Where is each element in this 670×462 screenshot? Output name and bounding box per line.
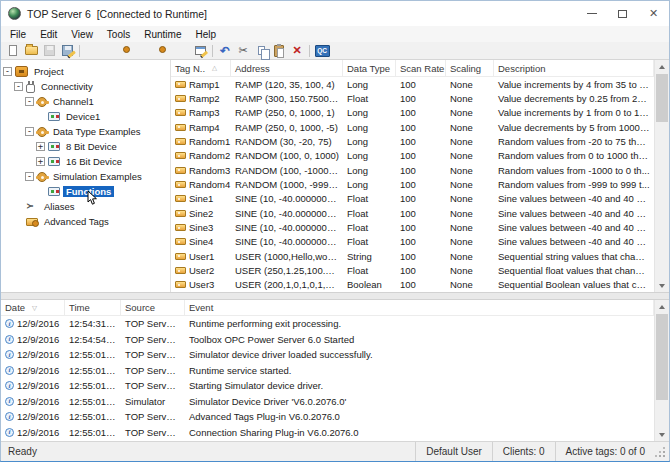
scrollbar-track[interactable]	[655, 314, 669, 427]
column-header-time[interactable]: Time	[65, 300, 121, 315]
menu-tools[interactable]: Tools	[100, 26, 137, 42]
tree-item-channel1[interactable]: - Channel1	[1, 94, 170, 109]
tag-row[interactable]: Random3 RANDOM (100, -1000, 0) Long 100 …	[171, 163, 654, 177]
scroll-up-icon[interactable]	[655, 60, 669, 74]
toolbar-separator	[309, 45, 310, 57]
menu-file[interactable]: File	[3, 26, 33, 42]
menu-runtime[interactable]: Runtime	[137, 26, 188, 42]
resize-grip[interactable]	[655, 445, 667, 459]
toolbar-new-tag[interactable]	[137, 43, 155, 59]
expander-icon[interactable]: -	[3, 67, 12, 76]
toolbar-import-csv[interactable]	[155, 43, 173, 59]
info-icon	[5, 412, 14, 421]
expander-icon[interactable]: +	[36, 157, 45, 166]
toolbar-quick-client[interactable]	[313, 43, 331, 59]
tag-row[interactable]: Random4 RANDOM (1000, -999, 9... Long 10…	[171, 177, 654, 191]
tag-row[interactable]: Sine3 SINE (10, -40.000000, 40... Float …	[171, 220, 654, 234]
scrollbar-thumb[interactable]	[656, 314, 668, 400]
pane-splitter[interactable]	[1, 292, 669, 300]
event-row[interactable]: 12/9/2016 12:55:01 PM TOP Server\... Sta…	[1, 378, 654, 394]
tag-row[interactable]: Ramp2 RAMP (300, 150.750000,... Float 10…	[171, 91, 654, 105]
toolbar-new-project[interactable]	[4, 43, 22, 59]
column-header-tag-name[interactable]: Tag N.. △	[171, 60, 231, 76]
tree-item-data-type-examples[interactable]: - Data Type Examples	[1, 124, 170, 139]
event-row[interactable]: 12/9/2016 12:55:01 PM TOP Server\... Run…	[1, 363, 654, 379]
scroll-up-icon[interactable]	[655, 300, 669, 314]
tag-data-type: Long	[343, 79, 396, 90]
tree-item-advanced-tags[interactable]: Advanced Tags	[1, 214, 170, 229]
expander-icon[interactable]: -	[25, 127, 34, 136]
toolbar-new-channel[interactable]	[83, 43, 101, 59]
tag-row[interactable]: Sine1 SINE (10, -40.000000, 40... Float …	[171, 192, 654, 206]
toolbar-properties[interactable]	[191, 43, 209, 59]
tree-item-16-bit-device[interactable]: + 16 Bit Device	[1, 154, 170, 169]
column-header-date[interactable]: Date ▽	[1, 300, 65, 315]
toolbar-save-project[interactable]	[40, 43, 58, 59]
column-header-data-type[interactable]: Data Type	[343, 60, 396, 76]
toolbar-delete[interactable]	[288, 43, 306, 59]
tag-description: Sequential float values that change...	[494, 265, 654, 276]
tree-item-icon	[48, 157, 60, 166]
expander-icon[interactable]: -	[25, 172, 34, 181]
tree-item-simulation-examples[interactable]: - Simulation Examples	[1, 169, 170, 184]
scroll-down-icon[interactable]	[655, 278, 669, 292]
tree-item-8-bit-device[interactable]: + 8 Bit Device	[1, 139, 170, 154]
maximize-button[interactable]	[607, 1, 638, 26]
menu-view[interactable]: View	[64, 26, 100, 42]
toolbar-open-project[interactable]	[22, 43, 40, 59]
menu-edit[interactable]: Edit	[33, 26, 64, 42]
tag-description: Sequential string values that chang...	[494, 251, 654, 262]
toolbar-cut[interactable]	[234, 43, 252, 59]
tag-row[interactable]: User2 USER (250,1.25,100.56,2... Float 1…	[171, 263, 654, 277]
minimize-button[interactable]	[576, 1, 607, 26]
tree-item-project[interactable]: - Project	[1, 64, 170, 79]
expander-icon[interactable]: -	[14, 82, 23, 91]
toolbar-undo[interactable]	[216, 43, 234, 59]
event-row[interactable]: 12/9/2016 12:55:01 PM TOP Server\... Adv…	[1, 409, 654, 425]
toolbar-copy[interactable]	[252, 43, 270, 59]
tree-item-device1[interactable]: Device1	[1, 109, 170, 124]
column-header-scaling[interactable]: Scaling	[446, 60, 494, 76]
close-button[interactable]: ✕	[638, 1, 669, 26]
toolbar-button-icon	[25, 46, 38, 55]
toolbar-new-tag-group[interactable]	[119, 43, 137, 59]
tree-item-label: Advanced Tags	[41, 216, 112, 227]
event-row[interactable]: 12/9/2016 12:55:01 PM TOP Server\... Con…	[1, 425, 654, 441]
expander-icon[interactable]: +	[36, 142, 45, 151]
tag-row[interactable]: Ramp3 RAMP (250, 0, 1000, 1) Long 100 No…	[171, 106, 654, 120]
event-row[interactable]: 12/9/2016 12:55:01 PM Simulator Simulato…	[1, 394, 654, 410]
tag-address: SINE (10, -40.000000, 40...	[231, 193, 343, 204]
tag-row[interactable]: Ramp1 RAMP (120, 35, 100, 4) Long 100 No…	[171, 77, 654, 91]
event-time: 12:55:01 PM	[65, 427, 121, 438]
toolbar-export-csv[interactable]	[173, 43, 191, 59]
tree-item-connectivity[interactable]: - Connectivity	[1, 79, 170, 94]
tag-row[interactable]: User3 USER (200,1,0,1,0,1,0,0,1,... Bool…	[171, 278, 654, 292]
tree-item-aliases[interactable]: Aliases	[1, 199, 170, 214]
column-header-description[interactable]: Description	[494, 60, 654, 76]
tag-row[interactable]: Ramp4 RAMP (250, 0, 1000, -5) Long 100 N…	[171, 120, 654, 134]
column-header-address[interactable]: Address	[231, 60, 343, 76]
tag-address: SINE (10, -40.000000, 40...	[231, 208, 343, 219]
event-row[interactable]: 12/9/2016 12:54:54 PM TOP Server\... Too…	[1, 332, 654, 348]
event-row[interactable]: 12/9/2016 12:54:31 PM TOP Server\... Run…	[1, 316, 654, 332]
menu-help[interactable]: Help	[188, 26, 223, 42]
scrollbar-thumb[interactable]	[656, 74, 668, 122]
tag-row[interactable]: Sine2 SINE (10, -40.000000, 40... Float …	[171, 206, 654, 220]
column-header-source[interactable]: Source	[121, 300, 185, 315]
scroll-down-icon[interactable]	[655, 427, 669, 441]
tag-row[interactable]: Sine4 SINE (10, -40.000000, 40... Float …	[171, 235, 654, 249]
column-header-event[interactable]: Event	[185, 300, 654, 315]
toolbar-save-as[interactable]	[58, 43, 76, 59]
toolbar-new-device[interactable]	[101, 43, 119, 59]
expander-icon[interactable]: -	[25, 97, 34, 106]
scrollbar-track[interactable]	[655, 74, 669, 278]
toolbar-paste[interactable]	[270, 43, 288, 59]
event-log-scrollbar[interactable]	[654, 300, 669, 441]
tag-row[interactable]: User1 USER (1000,Hello,world... String 1…	[171, 249, 654, 263]
column-header-scan-rate[interactable]: Scan Rate	[396, 60, 446, 76]
event-row[interactable]: 12/9/2016 12:55:01 PM TOP Server\... Sim…	[1, 347, 654, 363]
tree-item-functions[interactable]: Functions	[1, 184, 170, 199]
tag-row[interactable]: Random1 RANDOM (30, -20, 75) Long 100 No…	[171, 134, 654, 148]
tag-row[interactable]: Random2 RANDOM (100, 0, 1000) Long 100 N…	[171, 149, 654, 163]
tag-list-scrollbar[interactable]	[654, 60, 669, 292]
